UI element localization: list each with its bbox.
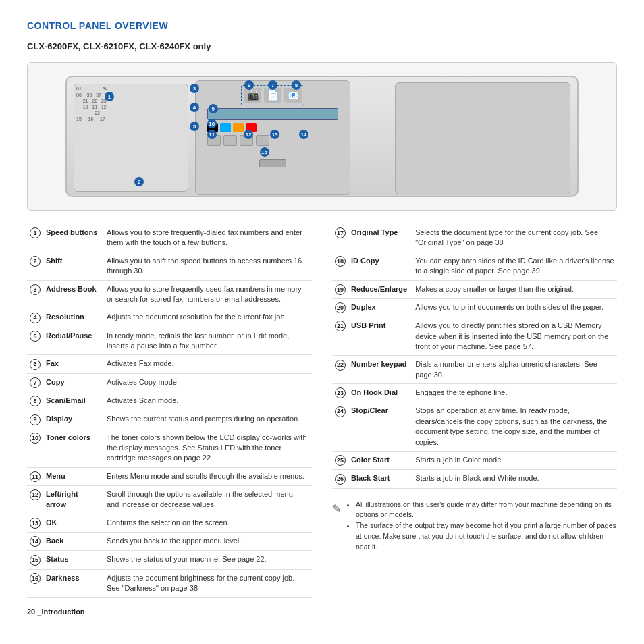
row-name: Speed buttons (43, 224, 104, 252)
row-name: Address Book (43, 280, 104, 308)
table-row: 13 OK Confirms the selection on the scre… (27, 514, 312, 532)
row-num: 4 (27, 308, 43, 327)
row-num: 22 (332, 356, 348, 384)
row-desc: Selects the document type for the curren… (412, 224, 617, 252)
right-table-col: 17 Original Type Selects the document ty… (332, 224, 617, 552)
badge-2: 2 (134, 177, 144, 186)
row-desc: Adjusts the document resolution for the … (104, 308, 312, 327)
row-num: 19 (332, 280, 348, 298)
row-name: OK (43, 514, 104, 532)
badge-9: 9 (209, 104, 218, 113)
table-row: 7 Copy Activates Copy mode. (27, 373, 312, 392)
list-item: The surface of the output tray may becom… (356, 520, 617, 552)
row-desc: Activates Copy mode. (104, 373, 312, 392)
notes-section: ✎ All illustrations on this user's guide… (332, 500, 617, 553)
row-num: 8 (27, 392, 43, 410)
row-num: 12 (27, 486, 43, 514)
table-row: 9 Display Shows the current status and p… (27, 410, 312, 429)
row-num: 9 (27, 410, 43, 429)
row-num: 2 (27, 252, 43, 280)
list-item: All illustrations on this user's guide m… (356, 500, 617, 521)
table-row: 15 Status Shows the status of your machi… (27, 551, 312, 569)
row-desc: Activates Scan mode. (104, 392, 312, 410)
row-num: 18 (332, 252, 348, 280)
row-desc: Enters Menu mode and scrolls through the… (104, 467, 312, 485)
row-name: On Hook Dial (348, 384, 412, 402)
table-row: 21 USB Print Allows you to directly prin… (332, 317, 617, 356)
note-content: All illustrations on this user's guide m… (346, 500, 617, 553)
row-num: 7 (27, 373, 43, 392)
row-num: 21 (332, 317, 348, 356)
badge-14: 14 (299, 130, 308, 139)
row-name: Display (43, 410, 104, 429)
badge-5: 5 (190, 122, 199, 131)
control-panel-diagram: 01 34 06 36 37 38 21 22 23 10 11 12 22 1… (27, 62, 617, 211)
badge-10: 10 (207, 119, 217, 128)
row-desc: Allows you to shift the speed buttons to… (104, 252, 312, 280)
left-info-table: 1 Speed buttons Allows you to store freq… (27, 224, 312, 598)
badge-4: 4 (190, 103, 199, 112)
note-icon: ✎ (332, 501, 341, 553)
left-table-col: 1 Speed buttons Allows you to store freq… (27, 224, 312, 598)
row-num: 6 (27, 355, 43, 373)
row-num: 24 (332, 402, 348, 452)
row-name: Stop/Clear (348, 402, 412, 452)
row-name: Number keypad (348, 356, 412, 384)
row-name: Original Type (348, 224, 412, 252)
table-row: 3 Address Book Allows you to store frequ… (27, 280, 312, 308)
table-row: 10 Toner colors The toner colors shown b… (27, 429, 312, 467)
table-row: 16 Darkness Adjusts the document brightn… (27, 569, 312, 597)
row-num: 15 (27, 551, 43, 569)
row-desc: Shows the current status and prompts dur… (104, 410, 312, 429)
table-row: 1 Speed buttons Allows you to store freq… (27, 224, 312, 252)
row-desc: Allows you to store frequently used fax … (104, 280, 312, 308)
subtitle: CLX-6200FX, CLX-6210FX, CLX-6240FX only (27, 41, 617, 51)
row-name: Black Start (348, 470, 412, 488)
table-row: 24 Stop/Clear Stops an operation at any … (332, 402, 617, 452)
row-desc: Activates Fax mode. (104, 355, 312, 373)
page-number: 20 (27, 608, 35, 616)
row-desc: Confirms the selection on the screen. (104, 514, 312, 532)
row-num: 23 (332, 384, 348, 402)
badge-11: 11 (207, 130, 217, 139)
row-num: 17 (332, 224, 348, 252)
row-desc: Dials a number or enters alphanumeric ch… (412, 356, 617, 384)
page-label: _Introduction (37, 608, 84, 616)
table-row: 12 Left/right arrow Scroll through the o… (27, 486, 312, 514)
row-num: 25 (332, 451, 348, 469)
badge-3: 3 (190, 84, 199, 93)
badge-15: 15 (260, 147, 269, 157)
table-row: 23 On Hook Dial Engages the telephone li… (332, 384, 617, 402)
row-name: Shift (43, 252, 104, 280)
row-desc: Starts a job in Black and White mode. (412, 470, 617, 488)
row-desc: You can copy both sides of the ID Card l… (412, 252, 617, 280)
badge-7: 7 (268, 80, 277, 90)
title-divider (27, 34, 617, 34)
table-row: 26 Black Start Starts a job in Black and… (332, 470, 617, 488)
row-name: Reduce/Enlarge (348, 280, 412, 298)
row-desc: In ready mode, redials the last number, … (104, 327, 312, 355)
row-name: Status (43, 551, 104, 569)
row-name: Duplex (348, 298, 412, 317)
row-name: Left/right arrow (43, 486, 104, 514)
row-num: 5 (27, 327, 43, 355)
row-name: Toner colors (43, 429, 104, 467)
table-row: 8 Scan/Email Activates Scan mode. (27, 392, 312, 410)
table-row: 22 Number keypad Dials a number or enter… (332, 356, 617, 384)
badge-13: 13 (270, 130, 279, 139)
row-desc: Allows you to directly print files store… (412, 317, 617, 356)
row-desc: Adjusts the document brightness for the … (104, 569, 312, 597)
table-row: 11 Menu Enters Menu mode and scrolls thr… (27, 467, 312, 485)
row-num: 14 (27, 533, 43, 551)
table-row: 2 Shift Allows you to shift the speed bu… (27, 252, 312, 280)
row-desc: Makes a copy smaller or larger than the … (412, 280, 617, 298)
badge-6: 6 (244, 80, 254, 90)
row-name: Resolution (43, 308, 104, 327)
tables-row: 1 Speed buttons Allows you to store freq… (27, 224, 617, 598)
row-desc: Scroll through the options available in … (104, 486, 312, 514)
row-name: Fax (43, 355, 104, 373)
row-name: Copy (43, 373, 104, 392)
row-name: USB Print (348, 317, 412, 356)
row-num: 20 (332, 298, 348, 317)
table-row: 19 Reduce/Enlarge Makes a copy smaller o… (332, 280, 617, 298)
